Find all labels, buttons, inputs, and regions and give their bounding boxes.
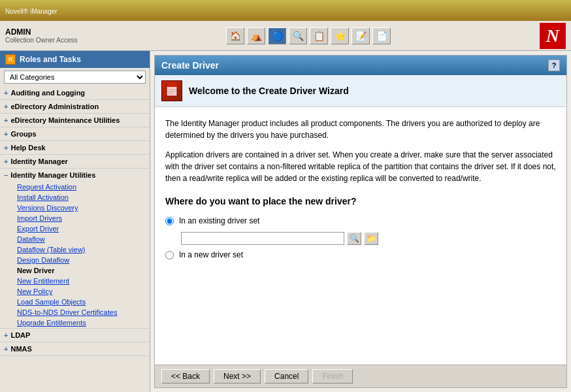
driver-placement-question: Where do you want to place the new drive… <box>165 195 556 208</box>
admin-label: ADMIN <box>5 27 78 37</box>
expand-icon-helpdesk: + <box>4 144 8 152</box>
sidebar-item-design-dataflow[interactable]: Design Dataflow <box>13 255 150 265</box>
sidebar-section-header-helpdesk[interactable]: + Help Desk <box>0 141 150 154</box>
sidebar-label-edirectory-maint: eDirectory Maintenance Utilities <box>10 116 120 124</box>
expand-icon-auditing: + <box>4 89 8 97</box>
sidebar-item-versions-discovery[interactable]: Versions Discovery <box>13 203 150 213</box>
toolbar-home-icon[interactable]: 🏠 <box>226 27 244 44</box>
sidebar-section-identity-manager: + Identity Manager <box>0 155 150 169</box>
sidebar-items-idm-utilities: Request Activation Install Activation Ve… <box>0 182 150 328</box>
sidebar-label-helpdesk: Help Desk <box>10 144 45 152</box>
toolbar-active-icon[interactable]: 🔵 <box>268 27 286 44</box>
toolbar-icons: 🏠 ⛺ 🔵 🔍 📋 ⭐ 📝 📄 <box>226 27 391 44</box>
driver-set-input[interactable] <box>181 232 344 245</box>
driver-set-input-row: 🔍 📁 <box>181 232 556 245</box>
expand-icon-edirectory-maint: + <box>4 116 8 124</box>
panel-header: Create Driver ? <box>155 56 566 75</box>
panel-body: The Identity Manager product includes al… <box>155 107 566 365</box>
admin-info: ADMIN Collection Owner Access <box>5 27 78 44</box>
sidebar-label-groups: Groups <box>10 130 36 138</box>
sidebar-section-edirectory-admin: + eDirectory Administration <box>0 100 150 114</box>
sidebar-section-header-identity-manager[interactable]: + Identity Manager <box>0 155 150 168</box>
roles-tasks-header: R Roles and Tasks <box>0 51 150 68</box>
sidebar-section-header-groups[interactable]: + Groups <box>0 127 150 140</box>
sidebar-section-auditing: + Auditing and Logging <box>0 86 150 100</box>
panel-footer: << Back Next >> Cancel Finish <box>155 365 566 387</box>
cancel-button[interactable]: Cancel <box>265 369 308 384</box>
novell-logo: N <box>540 23 566 49</box>
sidebar-scroll: + Auditing and Logging + eDirectory Admi… <box>0 86 150 356</box>
wizard-title: Welcome to the Create Driver Wizard <box>189 86 349 96</box>
expand-icon-identity-manager: + <box>4 157 8 165</box>
radio-existing-driver-set[interactable] <box>165 217 174 225</box>
toolbar-doc-icon[interactable]: 📄 <box>372 27 391 44</box>
panel-title: Create Driver <box>161 60 219 71</box>
sidebar-item-import-drivers[interactable]: Import Drivers <box>13 213 150 223</box>
expand-icon-idm-utilities: – <box>4 171 8 179</box>
sidebar-item-new-policy[interactable]: New Policy <box>13 286 150 297</box>
sidebar-item-install-activation[interactable]: Install Activation <box>13 192 150 203</box>
radio-existing-label: In an existing driver set <box>179 215 259 227</box>
sidebar-section-idm-utilities: – Identity Manager Utilities Request Act… <box>0 169 150 329</box>
sidebar-section-header-edirectory-admin[interactable]: + eDirectory Administration <box>0 100 150 113</box>
sidebar-label-identity-manager: Identity Manager <box>10 157 67 165</box>
sidebar-section-header-ldap[interactable]: + LDAP <box>0 329 150 342</box>
driver-set-tree-button[interactable]: 📁 <box>364 232 378 245</box>
admin-bar: ADMIN Collection Owner Access 🏠 ⛺ 🔵 🔍 📋 … <box>0 21 571 51</box>
sidebar-section-header-auditing[interactable]: + Auditing and Logging <box>0 86 150 99</box>
collection-label: Collection Owner Access <box>5 37 78 44</box>
sidebar-label-idm-utilities: Identity Manager Utilities <box>10 171 95 179</box>
driver-set-browse-button[interactable]: 🔍 <box>347 232 361 245</box>
sidebar-section-helpdesk: + Help Desk <box>0 141 150 155</box>
sidebar-label-ldap: LDAP <box>10 331 30 339</box>
sidebar-item-dataflow-table[interactable]: Dataflow (Table view) <box>13 244 150 255</box>
sidebar-item-dataflow[interactable]: Dataflow <box>13 234 150 244</box>
panel-help-button[interactable]: ? <box>548 59 560 71</box>
app-header: Novell® iManager <box>0 0 571 21</box>
sidebar-item-load-sample-objects[interactable]: Load Sample Objects <box>13 297 150 307</box>
sidebar-label-auditing: Auditing and Logging <box>10 89 85 97</box>
body-paragraph-2: Application drivers are contained in a d… <box>165 149 556 184</box>
radio-new-label: In a new driver set <box>179 249 243 261</box>
sidebar-item-new-entitlement[interactable]: New Entitlement <box>13 276 150 286</box>
expand-icon-groups: + <box>4 130 8 138</box>
roles-tasks-label: Roles and Tasks <box>20 55 81 64</box>
toolbar-list-icon[interactable]: 📋 <box>310 27 328 44</box>
sidebar-label-edirectory-admin: eDirectory Administration <box>10 103 99 110</box>
sidebar: R Roles and Tasks All Categories + Audit… <box>0 51 150 392</box>
category-select[interactable]: All Categories <box>4 71 146 84</box>
sidebar-item-export-driver[interactable]: Export Driver <box>13 223 150 234</box>
panel: Create Driver ? Welcome to the Create Dr… <box>154 55 567 388</box>
category-select-wrap: All Categories <box>0 68 150 86</box>
expand-icon-edirectory-admin: + <box>4 103 8 110</box>
content-area: Create Driver ? Welcome to the Create Dr… <box>150 51 571 392</box>
sidebar-item-nds-nmas[interactable]: NDS-to-NDS Driver Certificates <box>13 307 150 318</box>
roles-icon: R <box>5 54 16 65</box>
sidebar-label-nmas: NMAS <box>10 345 31 353</box>
option-new-driver-set: In a new driver set <box>165 249 556 261</box>
sidebar-section-ldap: + LDAP <box>0 329 150 342</box>
wizard-icon <box>161 80 182 101</box>
toolbar-nav-icon[interactable]: ⛺ <box>247 27 265 44</box>
sidebar-section-header-idm-utilities[interactable]: – Identity Manager Utilities <box>0 169 150 182</box>
panel-title-bar: Welcome to the Create Driver Wizard <box>155 75 566 107</box>
svg-rect-1 <box>167 83 177 87</box>
toolbar-search-icon[interactable]: 🔍 <box>289 27 307 44</box>
radio-new-driver-set[interactable] <box>165 251 174 259</box>
expand-icon-ldap: + <box>4 331 8 339</box>
next-button[interactable]: Next >> <box>214 369 261 384</box>
sidebar-item-request-activation[interactable]: Request Activation <box>13 182 150 192</box>
app-subtitle: ® iManager <box>24 8 57 15</box>
sidebar-item-new-driver[interactable]: New Driver <box>13 265 150 276</box>
sidebar-section-header-edirectory-maint[interactable]: + eDirectory Maintenance Utilities <box>0 114 150 127</box>
option-existing-driver-set: In an existing driver set <box>165 215 556 227</box>
sidebar-section-header-nmas[interactable]: + NMAS <box>0 342 150 355</box>
body-paragraph-1: The Identity Manager product includes al… <box>165 118 556 141</box>
back-button[interactable]: << Back <box>161 369 210 384</box>
finish-button[interactable]: Finish <box>312 369 353 384</box>
sidebar-section-edirectory-maint: + eDirectory Maintenance Utilities <box>0 114 150 127</box>
sidebar-item-upgrade-entitlements[interactable]: Upgrade Entitlements <box>13 318 150 328</box>
toolbar-tasks-icon[interactable]: 📝 <box>351 27 370 44</box>
toolbar-star-icon[interactable]: ⭐ <box>331 27 349 44</box>
main-layout: R Roles and Tasks All Categories + Audit… <box>0 51 571 392</box>
